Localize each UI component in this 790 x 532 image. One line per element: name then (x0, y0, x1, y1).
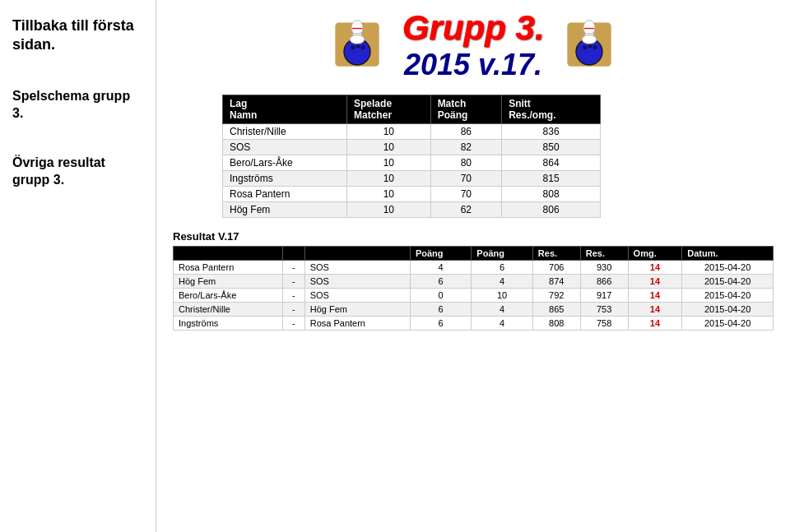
spelade-val: 10 (347, 202, 431, 218)
res-team2: SOS (304, 275, 410, 289)
header-row: Grupp 3. 2015 v.17. (173, 8, 774, 95)
team-name: Christer/Nille (223, 124, 347, 140)
table-row: Ingströms 10 70 815 (223, 171, 601, 187)
res-p1: 6 (410, 275, 471, 289)
svg-point-7 (350, 35, 365, 44)
res-team2: Rosa Pantern (304, 317, 410, 331)
res-r2: 758 (580, 317, 628, 331)
res-datum: 2015-04-20 (682, 289, 774, 303)
res-r1: 808 (532, 317, 580, 331)
table-row: Ingströms - Rosa Pantern 6 4 808 758 14 … (174, 317, 774, 331)
svg-point-16 (582, 35, 597, 44)
svg-point-11 (583, 45, 587, 49)
res-p1: 6 (410, 303, 471, 317)
res-datum: 2015-04-20 (682, 261, 774, 275)
res-team2: Hög Fem (304, 303, 410, 317)
match-val: 86 (430, 124, 502, 140)
svg-point-5 (351, 20, 363, 35)
res-team1: Christer/Nille (174, 303, 283, 317)
snitt-val: 806 (502, 202, 601, 218)
res-r1: 865 (532, 303, 580, 317)
res-team1: Rosa Pantern (174, 261, 283, 275)
table-row: Hög Fem - SOS 6 4 874 866 14 2015-04-20 (174, 275, 774, 289)
res-omg: 14 (628, 275, 682, 289)
res-r1: 706 (532, 261, 580, 275)
res-col-r2: Res. (580, 247, 628, 261)
res-p2: 10 (472, 289, 532, 303)
res-datum: 2015-04-20 (682, 303, 774, 317)
res-team1: Hög Fem (174, 275, 283, 289)
res-omg: 14 (628, 317, 682, 331)
team-name: Bero/Lars-Åke (223, 155, 347, 171)
table-row: SOS 10 82 850 (223, 140, 601, 155)
svg-point-3 (356, 44, 360, 48)
svg-point-13 (593, 45, 597, 49)
right-bowling-pin-icon (560, 19, 618, 85)
table-row: Christer/Nille 10 86 836 (223, 124, 601, 140)
schedule-link[interactable]: Spelschema grupp 3. (12, 88, 143, 123)
res-team2: SOS (304, 289, 410, 303)
col-snitt: Snitt Res./omg. (502, 95, 601, 124)
res-datum: 2015-04-20 (682, 275, 774, 289)
spelade-val: 10 (347, 140, 431, 155)
res-col-team2 (304, 247, 410, 261)
res-r2: 753 (580, 303, 628, 317)
table-row: Hög Fem 10 62 806 (223, 202, 601, 218)
res-team1: Bero/Lars-Åke (174, 289, 283, 303)
snitt-val: 808 (502, 187, 601, 202)
res-col-p1: Poäng (410, 247, 471, 261)
table-row: Rosa Pantern 10 70 808 (223, 187, 601, 202)
col-match: Match Poäng (430, 95, 502, 124)
results-section: Resultat V.17 Poäng Poäng Res. Res. Omg. (173, 230, 774, 331)
team-name: Hög Fem (223, 202, 347, 218)
res-team1: Ingströms (174, 317, 283, 331)
spelade-val: 10 (347, 171, 431, 187)
other-results-link[interactable]: Övriga resultat grupp 3. (12, 155, 143, 189)
res-r2: 930 (580, 261, 628, 275)
table-row: Rosa Pantern - SOS 4 6 706 930 14 2015-0… (174, 261, 774, 275)
res-col-datum: Datum. (682, 247, 774, 261)
spelade-val: 10 (347, 187, 431, 202)
match-val: 82 (430, 140, 502, 155)
res-r2: 917 (580, 289, 628, 303)
main-content: Grupp 3. 2015 v.17. (156, 0, 790, 532)
results-title: Resultat V.17 (173, 230, 774, 243)
res-p1: 4 (410, 261, 471, 275)
res-p1: 6 (410, 317, 471, 331)
res-col-p2: Poäng (472, 247, 532, 261)
team-name: Ingströms (223, 171, 347, 187)
res-sep: - (283, 275, 305, 289)
match-val: 80 (430, 155, 502, 171)
team-name: SOS (223, 140, 347, 155)
header: Grupp 3. 2015 v.17. (402, 8, 545, 82)
res-col-omg: Omg. (628, 247, 682, 261)
team-name: Rosa Pantern (223, 187, 347, 202)
snitt-val: 815 (502, 171, 601, 187)
back-link[interactable]: Tillbaka till första sidan. (12, 16, 143, 55)
res-col-team1 (174, 247, 283, 261)
res-col-r1: Res. (532, 247, 580, 261)
res-p1: 0 (410, 289, 471, 303)
res-sep: - (283, 303, 305, 317)
res-r2: 866 (580, 275, 628, 289)
svg-point-4 (360, 45, 365, 49)
res-r1: 792 (532, 289, 580, 303)
match-val: 62 (430, 202, 502, 218)
res-team2: SOS (304, 261, 410, 275)
left-bowling-pin-icon (328, 19, 386, 85)
match-val: 70 (430, 187, 502, 202)
res-col-sep (283, 247, 305, 261)
page-subtitle: 2015 v.17. (402, 48, 545, 82)
standing-table: Lag Namn Spelade Matcher Match Poäng S (222, 95, 601, 218)
res-sep: - (283, 317, 305, 331)
res-sep: - (283, 261, 305, 275)
res-datum: 2015-04-20 (682, 317, 774, 331)
col-spelade: Spelade Matcher (347, 95, 431, 124)
sidebar: Tillbaka till första sidan. Spelschema g… (0, 0, 156, 532)
res-p2: 4 (472, 303, 532, 317)
svg-point-2 (351, 45, 355, 49)
snitt-val: 864 (502, 155, 601, 171)
res-omg: 14 (628, 289, 682, 303)
snitt-val: 850 (502, 140, 601, 155)
table-row: Bero/Lars-Åke 10 80 864 (223, 155, 601, 171)
